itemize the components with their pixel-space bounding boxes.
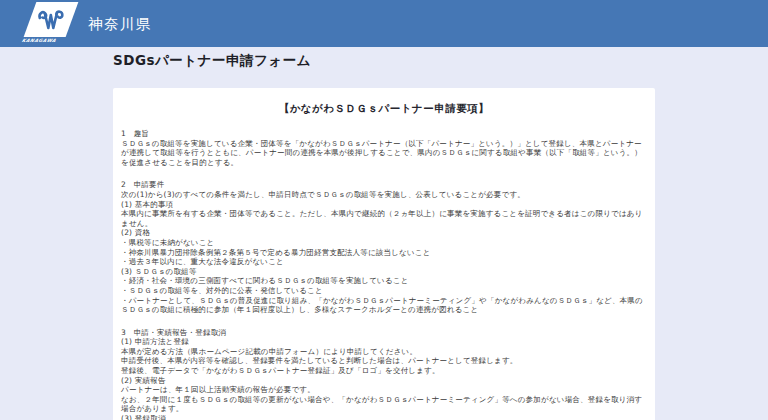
document-body: 1 趣旨ＳＤＧｓの取組等を実施している企業・団体等を「かながわＳＤＧｓパートナー…: [121, 129, 647, 420]
document-line: 次の(1)から(3)のすべての条件を満たし、申請日時点でＳＤＧｓの取組等を実施し…: [121, 190, 647, 200]
document-line: 本県内に事業所を有する企業・団体等であること。ただし、本県内で継続的（２ヵ年以上…: [121, 209, 647, 228]
document-section: 3 申請・実績報告・登録取消(1) 申請方法と登録本県が定める方法（県ホームペー…: [121, 328, 647, 420]
kanagawa-logo-parallelogram: [24, 2, 79, 37]
document-line: ・県税等に未納がないこと: [121, 238, 647, 248]
document-line: 1 趣旨: [121, 129, 647, 139]
document-line: ・神奈川県暴力団排除条例第２条第５号で定める暴力団経営支配法人等に該当しないこと: [121, 248, 647, 258]
document-line: なお、２年間に１度もＳＤＧｓの取組等の更新がない場合や、「かながわＳＤＧｓパート…: [121, 395, 647, 414]
document-line: ＳＤＧｓの取組等を実施している企業・団体等を「かながわＳＤＧｓパートナー（以下「…: [121, 139, 647, 168]
kanagawa-logo-caption: KANAGAWA: [21, 38, 57, 43]
document-line: 2 申請要件: [121, 180, 647, 190]
document-line: ・過去３年以内に、重大な法令違反がないこと: [121, 257, 647, 267]
document-line: 申請受付後、本県が内容等を確認し、登録要件を満たしていると判断した場合は、パート…: [121, 356, 647, 366]
document-line: 本県が定める方法（県ホームページ記載の申請フォーム）により申請してください。: [121, 347, 647, 357]
header-bar: KANAGAWA 神奈川県: [0, 0, 768, 47]
agency-name: 神奈川県: [88, 14, 152, 33]
document-line: (2) 実績報告: [121, 376, 647, 386]
document-line: 3 申請・実績報告・登録取消: [121, 328, 647, 338]
document-line: パートナーは、年１回以上活動実績の報告が必要です。: [121, 385, 647, 395]
document-line: (1) 基本的事項: [121, 200, 647, 210]
application-guidelines-card: 【かながわＳＤＧｓパートナー申請要項】 1 趣旨ＳＤＧｓの取組等を実施している企…: [113, 88, 655, 420]
document-line: (2) 資格: [121, 228, 647, 238]
document-section: 1 趣旨ＳＤＧｓの取組等を実施している企業・団体等を「かながわＳＤＧｓパートナー…: [121, 129, 647, 167]
document-heading: 【かながわＳＤＧｓパートナー申請要項】: [121, 102, 647, 116]
document-line: ・パートナーとして、ＳＤＧｓの普及促進に取り組み、「かながわＳＤＧｓパートナーミ…: [121, 296, 647, 315]
document-line: (3) ＳＤＧｓの取組等: [121, 267, 647, 277]
document-line: ・経済・社会・環境の三側面すべてに関わるＳＤＧｓの取組等を実施していること: [121, 276, 647, 286]
document-line: 登録後、電子データで「かながわＳＤＧｓパートナー登録証」及び「ロゴ」を交付します…: [121, 366, 647, 376]
document-line: ・ＳＤＧｓの取組等を、対外的に公表・発信していること: [121, 286, 647, 296]
kanagawa-logo[interactable]: KANAGAWA: [30, 2, 74, 44]
document-line: (3) 登録取消: [121, 414, 647, 420]
page-title: SDGsパートナー申請フォーム: [113, 52, 311, 70]
document-section: 2 申請要件次の(1)から(3)のすべての条件を満たし、申請日時点でＳＤＧｓの取…: [121, 180, 647, 314]
kanagawa-emblem-icon: [37, 8, 65, 32]
document-line: (1) 申請方法と登録: [121, 337, 647, 347]
